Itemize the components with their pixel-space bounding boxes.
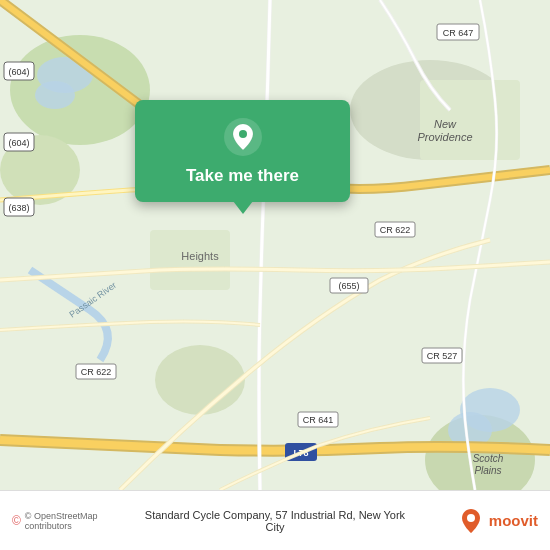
popup-label: Take me there xyxy=(186,166,299,186)
svg-text:Plains: Plains xyxy=(474,465,501,476)
moovit-text: moovit xyxy=(489,512,538,529)
svg-point-8 xyxy=(35,81,75,109)
svg-text:(655): (655) xyxy=(338,281,359,291)
address-text: Standard Cycle Company, 57 Industrial Rd… xyxy=(144,509,407,533)
svg-text:(604): (604) xyxy=(8,138,29,148)
attribution-text: © OpenStreetMap contributors xyxy=(25,511,144,531)
moovit-icon xyxy=(457,507,485,535)
svg-text:Scotch: Scotch xyxy=(473,453,504,464)
map-popup[interactable]: Take me there xyxy=(135,100,350,202)
svg-point-43 xyxy=(467,514,475,522)
svg-point-42 xyxy=(239,130,247,138)
svg-text:(604): (604) xyxy=(8,67,29,77)
moovit-logo: moovit xyxy=(407,507,539,535)
bottom-bar: © © OpenStreetMap contributors Standard … xyxy=(0,490,550,550)
attribution: © © OpenStreetMap contributors xyxy=(12,511,144,531)
svg-text:Heights: Heights xyxy=(181,250,219,262)
svg-text:CR 527: CR 527 xyxy=(427,351,458,361)
svg-text:Providence: Providence xyxy=(417,131,472,143)
svg-text:CR 647: CR 647 xyxy=(443,28,474,38)
svg-text:CR 641: CR 641 xyxy=(303,415,334,425)
svg-text:New: New xyxy=(434,118,457,130)
svg-point-5 xyxy=(155,345,245,415)
svg-text:(638): (638) xyxy=(8,203,29,213)
svg-text:CR 622: CR 622 xyxy=(380,225,411,235)
svg-text:CR 622: CR 622 xyxy=(81,367,112,377)
map-container: I 78 CR 647 CR 63 xyxy=(0,0,550,490)
osm-logo: © xyxy=(12,514,21,528)
location-pin-icon xyxy=(224,118,262,156)
